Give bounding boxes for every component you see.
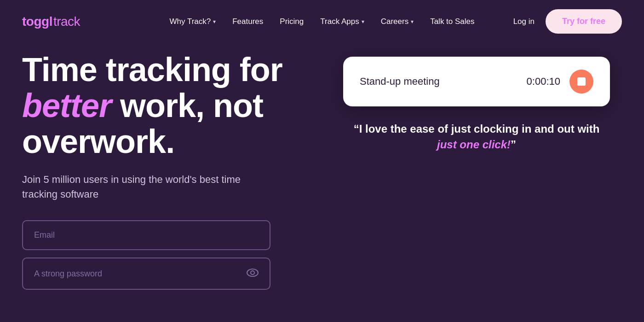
chevron-down-icon: ▾ — [213, 18, 216, 25]
svg-point-0 — [247, 269, 258, 276]
nav-track-apps[interactable]: Track Apps ▾ — [320, 17, 364, 26]
logo-track: track — [53, 14, 80, 29]
eye-icon[interactable] — [247, 268, 259, 280]
stop-button[interactable] — [569, 70, 593, 94]
try-free-button[interactable]: Try for free — [546, 9, 622, 34]
svg-point-1 — [251, 271, 254, 275]
nav-features[interactable]: Features — [232, 17, 263, 26]
nav-careers[interactable]: Careers ▾ — [381, 17, 414, 26]
timer-label: Stand-up meeting — [360, 76, 440, 88]
chevron-down-icon: ▾ — [362, 18, 364, 25]
login-button[interactable]: Log in — [513, 17, 535, 26]
password-placeholder: A strong password — [34, 269, 102, 279]
logo-toggl: toggl — [22, 14, 52, 29]
header-actions: Log in Try for free — [513, 9, 622, 34]
email-input[interactable] — [22, 220, 270, 250]
nav-why-track[interactable]: Why Track? ▾ — [169, 17, 216, 26]
nav-pricing[interactable]: Pricing — [280, 17, 304, 26]
timer-right: 0:00:10 — [527, 70, 593, 94]
timer-card: Stand-up meeting 0:00:10 — [343, 57, 610, 106]
testimonial: “I love the ease of just clocking in and… — [348, 121, 605, 152]
stop-icon — [577, 77, 586, 86]
hero-title: Time tracking for better work, not overw… — [22, 52, 313, 159]
main-content: Time tracking for better work, not overw… — [0, 43, 644, 290]
email-input-wrapper — [22, 220, 313, 250]
right-content: Stand-up meeting 0:00:10 “I love the eas… — [331, 52, 622, 290]
chevron-down-icon: ▾ — [411, 18, 414, 25]
header: toggl track Why Track? ▾ Features Pricin… — [0, 0, 644, 43]
hero-subtitle: Join 5 million users in using the world'… — [22, 172, 252, 202]
logo[interactable]: toggl track — [22, 14, 80, 29]
password-input-wrapper[interactable]: A strong password — [22, 258, 270, 290]
timer-time: 0:00:10 — [527, 76, 560, 88]
nav-talk-to-sales[interactable]: Talk to Sales — [430, 17, 474, 26]
left-content: Time tracking for better work, not overw… — [22, 52, 313, 290]
main-nav: Why Track? ▾ Features Pricing Track Apps… — [169, 17, 474, 26]
